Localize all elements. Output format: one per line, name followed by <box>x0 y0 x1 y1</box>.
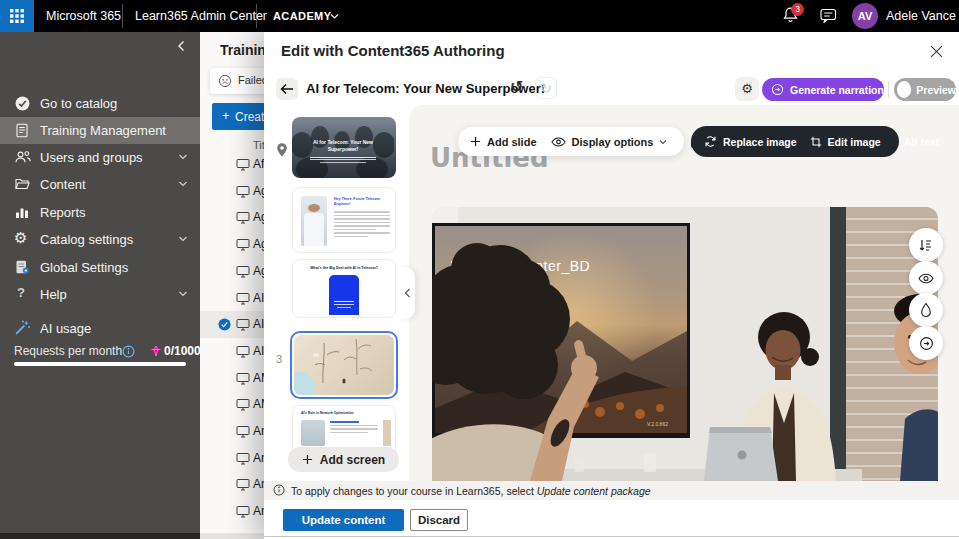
folder-icon <box>14 176 31 192</box>
narration-icon <box>919 336 934 351</box>
text-line <box>330 432 368 434</box>
thumb-phone <box>329 275 359 315</box>
cover-title: AI for Telecom: Your New Superpower! <box>300 139 386 152</box>
add-screen-button[interactable]: Add screen <box>288 447 399 472</box>
product-name[interactable]: Microsoft 365 <box>46 0 121 32</box>
display-tool-button[interactable] <box>909 261 943 295</box>
add-screen-label: Add screen <box>320 453 385 467</box>
narration-tool-button[interactable] <box>909 326 943 360</box>
slide-number: 3 <box>272 353 286 365</box>
monitor-icon <box>236 478 250 491</box>
catalog-check-icon <box>14 95 31 112</box>
close-icon <box>930 45 943 58</box>
user-name[interactable]: Adele Vance <box>886 0 956 32</box>
sidebar-item-reports[interactable]: Reports <box>0 199 200 226</box>
plus-icon <box>302 454 313 465</box>
close-button[interactable] <box>930 45 948 63</box>
app-name[interactable]: Learn365 Admin Center <box>135 0 267 32</box>
thumbnails-collapse-tab[interactable] <box>399 267 415 319</box>
sidebar-item-users-and-groups[interactable]: Users and groups <box>0 144 200 171</box>
reorder-icon <box>918 237 934 253</box>
thumb-photo <box>301 420 325 446</box>
row-title: AI <box>253 285 264 312</box>
update-content-package-button[interactable]: Update content package <box>283 509 404 531</box>
thumb-beach-photo <box>294 335 394 395</box>
slide-thumbnail-1[interactable]: Hey There, Future Telecom Engineer! <box>292 187 396 253</box>
slide-thumbnail-3-selected[interactable] <box>290 331 398 399</box>
discard-button[interactable]: Discard <box>410 509 468 531</box>
text-line <box>334 232 390 234</box>
sidebar-item-label: Content <box>40 171 86 198</box>
app-launcher-button[interactable] <box>0 0 34 32</box>
theme-tool-button[interactable] <box>909 293 943 327</box>
chat-icon <box>820 8 838 24</box>
generate-narrations-button[interactable]: Generate narrations <box>762 78 884 101</box>
alt-text-button[interactable]: Alt text <box>904 136 940 148</box>
cover-text-line <box>310 159 376 160</box>
slide-image[interactable]: MSI apter_BD ard to connect Center V.2.0… <box>432 207 938 481</box>
monitor-icon <box>236 158 250 171</box>
sidebar-item-global-settings[interactable]: Global Settings <box>0 254 200 281</box>
feedback-button[interactable] <box>820 8 838 24</box>
text-line <box>334 211 390 213</box>
sidebar-item-label: Reports <box>40 199 86 226</box>
window-bottom-edge <box>0 533 200 539</box>
chevron-down-icon <box>178 180 188 188</box>
footer-info-prefix: To apply changes to your course in Learn… <box>291 485 534 497</box>
monitor-icon <box>236 452 250 465</box>
sidebar-item-content[interactable]: Content <box>0 171 200 198</box>
sidebar-item-label: Go to catalog <box>40 90 117 117</box>
text-line <box>330 428 378 430</box>
sad-face-icon <box>218 74 232 88</box>
sidebar-collapse-button[interactable] <box>176 40 194 58</box>
add-slide-button[interactable]: Add slide <box>470 136 537 148</box>
text-line <box>334 236 368 238</box>
preview-toggle[interactable]: Preview <box>894 78 956 101</box>
eye-icon <box>551 136 566 148</box>
check-circle-icon[interactable] <box>218 318 231 331</box>
sidebar-item-catalog-settings[interactable]: ⚙ Catalog settings <box>0 226 200 253</box>
info-icon[interactable] <box>122 345 135 358</box>
monitor-icon <box>236 318 250 331</box>
tenant-menu[interactable]: ACADEMY <box>273 0 331 32</box>
monitor-icon <box>236 265 250 278</box>
edit-image-button[interactable]: Edit image <box>810 136 881 148</box>
topbar: Microsoft 365 Learn365 Admin Center ACAD… <box>0 0 959 32</box>
chevron-down-icon <box>178 290 188 298</box>
reorder-tool-button[interactable] <box>909 228 943 262</box>
undo-button[interactable]: ↺ <box>510 77 523 96</box>
training-icon <box>14 122 30 139</box>
sidebar-item-training-management[interactable]: Training Management <box>0 117 200 144</box>
monitor-icon <box>236 211 250 224</box>
sidebar-item-help[interactable]: ? Help <box>0 281 200 308</box>
sidebar: Go to catalog Training Management Users … <box>0 32 200 539</box>
help-icon: ? <box>17 285 25 300</box>
narration-icon <box>771 83 784 96</box>
slide-thumbnail-cover[interactable]: AI for Telecom: Your New Superpower! <box>292 117 396 178</box>
display-options-dropdown[interactable]: Display options <box>551 136 668 148</box>
chevron-down-icon <box>178 153 188 161</box>
sidebar-item-label: Global Settings <box>40 254 128 281</box>
text-line <box>334 304 354 305</box>
back-button[interactable] <box>276 78 298 100</box>
gear-icon: ⚙ <box>14 229 27 247</box>
monitor-icon <box>236 185 250 198</box>
chevron-down-icon <box>330 13 339 20</box>
thumb-person-coat <box>304 213 324 246</box>
window-bottom-edge <box>264 536 959 537</box>
footer-info-emphasis: Update content package <box>537 485 651 497</box>
sidebar-item-go-to-catalog[interactable]: Go to catalog <box>0 90 200 117</box>
preview-label: Preview <box>916 84 956 96</box>
text-line <box>334 218 390 220</box>
slide-thumbnail-2[interactable]: What's the Big Deal with AI in Telecom? <box>292 259 396 318</box>
redo-button[interactable]: ↻ <box>535 77 557 99</box>
slide-title: AI's Role in Network Optimization <box>301 411 389 415</box>
monitor-icon <box>236 398 250 411</box>
users-icon <box>14 149 32 165</box>
notifications-button[interactable]: 3 <box>782 6 806 28</box>
avatar[interactable]: AV <box>852 3 878 29</box>
monitor-icon <box>236 372 250 385</box>
monitor-icon <box>236 345 250 358</box>
settings-button[interactable]: ⚙ <box>735 77 759 101</box>
replace-image-button[interactable]: Replace image <box>704 135 797 148</box>
